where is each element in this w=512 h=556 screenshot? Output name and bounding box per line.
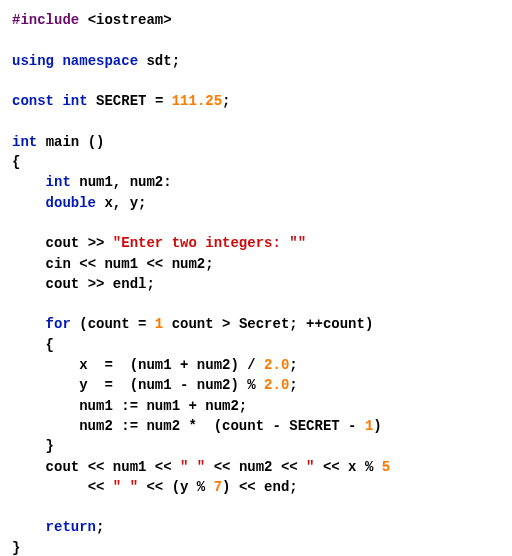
- n2: num2: [79, 418, 113, 434]
- cout-1: cout: [46, 235, 80, 251]
- coloneq-1: :=: [121, 398, 138, 414]
- include-target: <iostream>: [88, 12, 172, 28]
- y-two: 2.0: [264, 377, 289, 393]
- endl-1: endl;: [113, 276, 155, 292]
- parens: (): [88, 134, 105, 150]
- n1-expr: num1 + num2;: [138, 398, 247, 414]
- sp-str-1: " ": [180, 459, 205, 475]
- kw-for: for: [46, 316, 71, 332]
- op-ext-3a: <<: [88, 459, 105, 475]
- preprocessor: #include: [12, 12, 79, 28]
- fn-main: main: [46, 134, 80, 150]
- semi-x: ;: [289, 357, 297, 373]
- cout-2: cout: [46, 276, 80, 292]
- code-block: #include <iostream> using namespace sdt;…: [0, 0, 512, 556]
- cin-1: cin: [46, 256, 71, 272]
- for-cond-b: count > Secret; ++count): [163, 316, 373, 332]
- kw-namespace: namespace: [62, 53, 138, 69]
- x-expr-a: (num1 + num2) /: [121, 357, 264, 373]
- out-c: << x %: [315, 459, 382, 475]
- rbrace-for: }: [46, 438, 54, 454]
- kw-const: const: [12, 93, 54, 109]
- dq-1: ": [306, 459, 314, 475]
- secret-val: 111.25: [172, 93, 222, 109]
- out2-a: <<: [88, 479, 113, 495]
- for-one: 1: [155, 316, 163, 332]
- decl-nums: num1, num2:: [79, 174, 171, 190]
- coloneq-2: :=: [121, 418, 138, 434]
- ns-name: sdt: [146, 53, 171, 69]
- n2-rparen: ): [373, 418, 381, 434]
- seven: 7: [214, 479, 222, 495]
- x-var: x: [79, 357, 87, 373]
- n1: num1: [79, 398, 113, 414]
- out-a: num1 <<: [113, 459, 180, 475]
- type-int: int: [62, 93, 87, 109]
- type-double: double: [46, 195, 96, 211]
- sp-str-2: " ": [113, 479, 138, 495]
- lbrace-main: {: [12, 154, 20, 170]
- assign-x: =: [104, 357, 121, 373]
- rbrace-main: }: [12, 540, 20, 556]
- assign-y: =: [104, 377, 121, 393]
- kw-using: using: [12, 53, 54, 69]
- semi-y: ;: [289, 377, 297, 393]
- out2-c: ) << end;: [222, 479, 298, 495]
- x-two: 2.0: [264, 357, 289, 373]
- prompt-string: "Enter two integers: "": [113, 235, 306, 251]
- type-int-main: int: [12, 134, 37, 150]
- n2-expr-a: num2 * (count - SECRET -: [138, 418, 365, 434]
- lbrace-for: {: [46, 337, 54, 353]
- type-int-decl: int: [46, 174, 71, 190]
- cout-3: cout: [46, 459, 80, 475]
- y-expr-a: (num1 - num2) %: [121, 377, 264, 393]
- decl-xy: x, y;: [104, 195, 146, 211]
- for-cond-a: (count =: [79, 316, 155, 332]
- op-ins-2: >>: [88, 276, 105, 292]
- op-ext-1: <<: [79, 256, 96, 272]
- eq: =: [155, 93, 163, 109]
- out2-b: << (y %: [138, 479, 214, 495]
- y-var: y: [79, 377, 87, 393]
- five: 5: [382, 459, 390, 475]
- cin-body: num1 << num2;: [104, 256, 213, 272]
- out-b: << num2 <<: [205, 459, 306, 475]
- kw-return: return: [46, 519, 96, 535]
- secret-name: SECRET: [96, 93, 146, 109]
- op-ins-1: >>: [88, 235, 105, 251]
